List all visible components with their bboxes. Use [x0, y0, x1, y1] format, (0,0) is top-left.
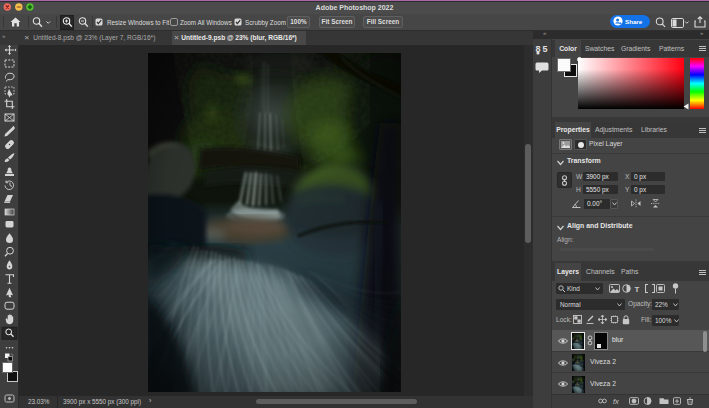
svg-text:fx: fx	[613, 397, 619, 405]
svg-text:5: 5	[543, 44, 548, 54]
